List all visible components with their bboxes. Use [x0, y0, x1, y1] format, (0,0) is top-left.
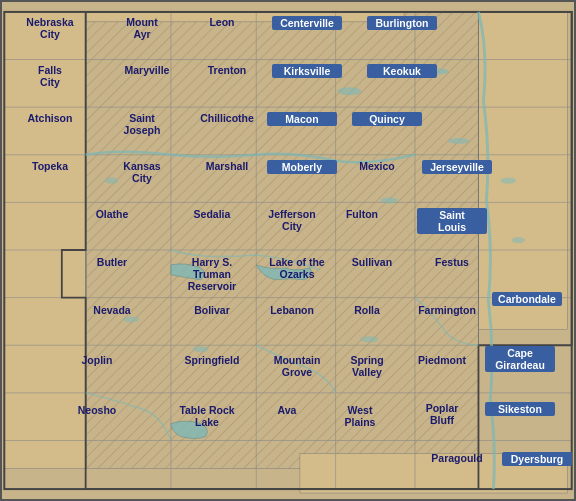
svg-rect-7: [87, 12, 404, 22]
svg-point-26: [123, 316, 139, 322]
svg-point-27: [380, 197, 398, 203]
svg-point-33: [104, 178, 118, 184]
svg-point-29: [500, 178, 516, 184]
svg-point-32: [193, 346, 209, 352]
svg-point-30: [511, 237, 525, 243]
svg-point-28: [448, 138, 470, 144]
svg-rect-6: [300, 453, 568, 493]
svg-point-24: [338, 87, 362, 95]
svg-rect-4: [4, 12, 86, 468]
map-container: NebraskaCityMountAyrLeonCentervilleBurli…: [0, 0, 576, 501]
svg-rect-3: [87, 12, 479, 468]
svg-point-31: [360, 336, 378, 342]
svg-point-25: [429, 68, 449, 74]
